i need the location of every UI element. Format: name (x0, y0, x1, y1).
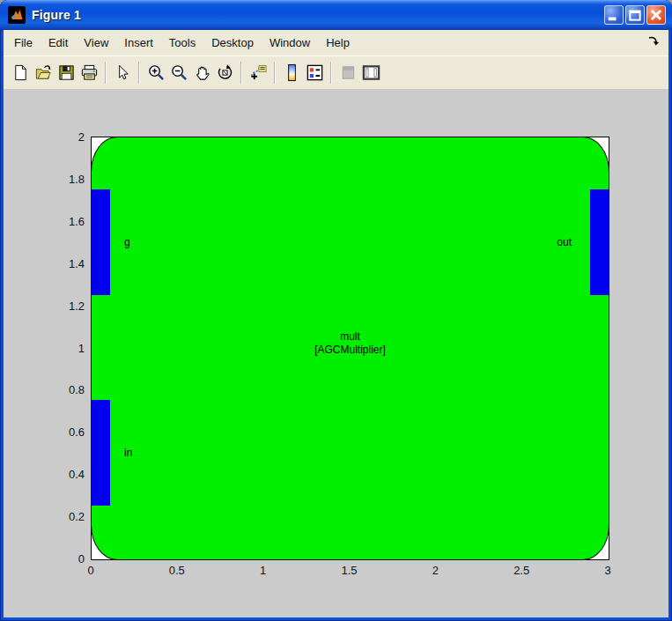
new-figure-icon (11, 63, 30, 82)
block-label-line1: mult (92, 330, 609, 344)
y-tick-label: 0.6 (39, 425, 85, 439)
menubar: File Edit View Insert Tools Desktop Wind… (4, 30, 668, 55)
block-label-line2: [AGCMultiplier] (92, 344, 609, 357)
print-figure-button[interactable] (78, 61, 100, 85)
y-tick-label: 0.4 (39, 468, 85, 481)
open-file-icon (34, 63, 53, 82)
y-tick-label: 0.2 (39, 510, 85, 523)
x-tick-label: 2.5 (495, 564, 548, 577)
maximize-button[interactable] (625, 5, 645, 25)
x-tick-label: 3 (581, 564, 634, 577)
toolbar-separator (274, 62, 276, 84)
close-button[interactable] (646, 5, 666, 25)
x-tick-label: 1 (237, 564, 290, 577)
zoom-in-icon (147, 63, 166, 82)
minimize-button[interactable] (604, 5, 624, 25)
plot-axes: g in out mult [AGCMultiplier] (91, 137, 609, 560)
toolbar-separator (330, 62, 332, 84)
zoom-out-icon (170, 63, 188, 82)
menu-help[interactable]: Help (318, 33, 358, 53)
y-tick-label: 1.8 (39, 173, 85, 186)
data-cursor-icon (249, 63, 268, 82)
toolbar-separator (240, 62, 242, 84)
insert-colorbar-button[interactable] (280, 61, 303, 85)
matlab-logo-icon (8, 6, 26, 24)
dock-figure-arrow-icon[interactable] (646, 34, 661, 48)
x-tick-label: 1.5 (323, 564, 376, 577)
y-tick-label: 2 (39, 130, 85, 144)
menu-insert[interactable]: Insert (116, 33, 161, 53)
port-g-label: g (124, 236, 130, 248)
y-tick-label: 0.8 (39, 383, 85, 396)
edit-plot-button[interactable] (111, 61, 134, 85)
titlebar: Figure 1 (0, 0, 672, 30)
y-tick-label: 1.2 (39, 299, 85, 313)
pan-hand-icon (193, 63, 211, 82)
show-plot-tools-button[interactable] (359, 61, 382, 85)
menu-tools[interactable]: Tools (161, 33, 203, 53)
edit-plot-arrow-icon (114, 63, 132, 82)
menu-window[interactable]: Window (262, 33, 318, 53)
zoom-in-button[interactable] (144, 61, 167, 85)
port-g (91, 189, 110, 295)
y-tick-label: 1.6 (39, 215, 85, 228)
port-in (91, 400, 110, 506)
insert-colorbar-icon (283, 63, 301, 82)
save-figure-icon (57, 63, 76, 82)
figure-canvas: 2 1.8 1.6 1.4 1.2 1 0.8 0.6 0.4 0.2 0 0 … (4, 89, 668, 617)
data-cursor-button[interactable] (247, 61, 270, 85)
port-out (590, 189, 609, 295)
close-icon (647, 6, 665, 24)
port-out-label: out (557, 236, 572, 248)
x-tick-label: 2 (409, 564, 462, 577)
toolbar (4, 55, 668, 89)
new-figure-button[interactable] (9, 61, 32, 85)
insert-legend-button[interactable] (303, 61, 326, 85)
port-in-label: in (124, 447, 132, 459)
block-label: mult [AGCMultiplier] (92, 330, 609, 357)
window-title: Figure 1 (32, 8, 81, 22)
pan-button[interactable] (190, 61, 213, 85)
x-tick-label: 0.5 (151, 564, 203, 577)
window-controls (604, 5, 666, 25)
zoom-out-button[interactable] (167, 61, 190, 85)
menu-edit[interactable]: Edit (41, 33, 76, 53)
toolbar-separator (138, 62, 140, 84)
matlab-figure-window: Figure 1 File Edit (0, 0, 672, 621)
rotate-3d-button[interactable] (213, 61, 236, 85)
minimize-icon (605, 6, 623, 24)
open-file-button[interactable] (32, 61, 55, 85)
maximize-icon (626, 6, 644, 24)
menu-view[interactable]: View (76, 33, 116, 53)
rotate-3d-icon (216, 63, 234, 82)
hide-plot-tools-icon (339, 63, 358, 82)
show-plot-tools-icon (362, 63, 380, 82)
hide-plot-tools-button (336, 61, 359, 85)
menu-desktop[interactable]: Desktop (203, 33, 262, 53)
x-tick-label: 0 (64, 564, 117, 577)
y-tick-label: 1.4 (39, 257, 85, 270)
y-tick-label: 1 (39, 342, 85, 355)
save-figure-button[interactable] (55, 61, 78, 85)
menu-file[interactable]: File (6, 33, 41, 53)
toolbar-separator (105, 62, 107, 84)
insert-legend-icon (306, 63, 324, 82)
print-figure-icon (80, 63, 99, 82)
